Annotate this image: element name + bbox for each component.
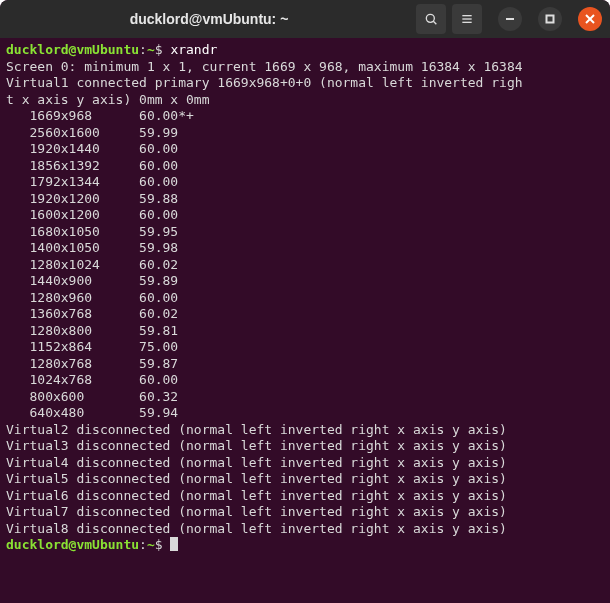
- output-line: Virtual4 disconnected (normal left inver…: [6, 455, 507, 470]
- minimize-button[interactable]: [498, 7, 522, 31]
- window-title: ducklord@vmUbuntu: ~: [130, 11, 289, 27]
- titlebar: ducklord@vmUbuntu: ~: [0, 0, 610, 38]
- output-line: Virtual1 connected primary 1669x968+0+0 …: [6, 75, 523, 90]
- mode-line: 1280x960 60.00: [6, 290, 178, 305]
- mode-line: 1680x1050 59.95: [6, 224, 178, 239]
- terminal-window: ducklord@vmUbuntu: ~ ducklord@vmUbuntu:~…: [0, 0, 610, 603]
- svg-rect-6: [547, 16, 554, 23]
- output-line: Virtual8 disconnected (normal left inver…: [6, 521, 507, 536]
- prompt-dollar: $: [155, 537, 171, 552]
- mode-line: 1280x800 59.81: [6, 323, 178, 338]
- output-line: Virtual3 disconnected (normal left inver…: [6, 438, 507, 453]
- mode-line: 1024x768 60.00: [6, 372, 178, 387]
- mode-line: 1360x768 60.02: [6, 306, 178, 321]
- mode-line: 1600x1200 60.00: [6, 207, 178, 222]
- mode-line: 2560x1600 59.99: [6, 125, 178, 140]
- terminal-body[interactable]: ducklord@vmUbuntu:~$ xrandr Screen 0: mi…: [0, 38, 610, 603]
- mode-line: 640x480 59.94: [6, 405, 178, 420]
- maximize-button[interactable]: [538, 7, 562, 31]
- close-icon: [585, 14, 595, 24]
- mode-line: 1792x1344 60.00: [6, 174, 178, 189]
- search-icon: [423, 11, 439, 27]
- menu-icon: [459, 11, 475, 27]
- mode-line: 800x600 60.32: [6, 389, 178, 404]
- mode-line: 1280x1024 60.02: [6, 257, 178, 272]
- output-line: Virtual6 disconnected (normal left inver…: [6, 488, 507, 503]
- close-button[interactable]: [578, 7, 602, 31]
- maximize-icon: [545, 14, 555, 24]
- prompt-user-host: ducklord@vmUbuntu: [6, 42, 139, 57]
- prompt-colon: :: [139, 42, 147, 57]
- output-line: Virtual2 disconnected (normal left inver…: [6, 422, 507, 437]
- svg-point-0: [426, 14, 434, 22]
- prompt-colon: :: [139, 537, 147, 552]
- prompt-path: ~: [147, 537, 155, 552]
- output-line: Virtual5 disconnected (normal left inver…: [6, 471, 507, 486]
- mode-line: 1280x768 59.87: [6, 356, 178, 371]
- menu-button[interactable]: [452, 4, 482, 34]
- search-button[interactable]: [416, 4, 446, 34]
- output-line: Virtual7 disconnected (normal left inver…: [6, 504, 507, 519]
- output-line: Screen 0: minimum 1 x 1, current 1669 x …: [6, 59, 523, 74]
- output-line: t x axis y axis) 0mm x 0mm: [6, 92, 210, 107]
- mode-line: 1440x900 59.89: [6, 273, 178, 288]
- entered-command: xrandr: [170, 42, 217, 57]
- prompt-user-host: ducklord@vmUbuntu: [6, 537, 139, 552]
- cursor: [170, 537, 178, 551]
- mode-line: 1856x1392 60.00: [6, 158, 178, 173]
- svg-line-1: [433, 21, 436, 24]
- mode-line: 1400x1050 59.98: [6, 240, 178, 255]
- mode-line: 1669x968 60.00*+: [6, 108, 194, 123]
- mode-line: 1920x1200 59.88: [6, 191, 178, 206]
- prompt-dollar: $: [155, 42, 171, 57]
- mode-line: 1152x864 75.00: [6, 339, 178, 354]
- minimize-icon: [505, 14, 515, 24]
- prompt-path: ~: [147, 42, 155, 57]
- mode-line: 1920x1440 60.00: [6, 141, 178, 156]
